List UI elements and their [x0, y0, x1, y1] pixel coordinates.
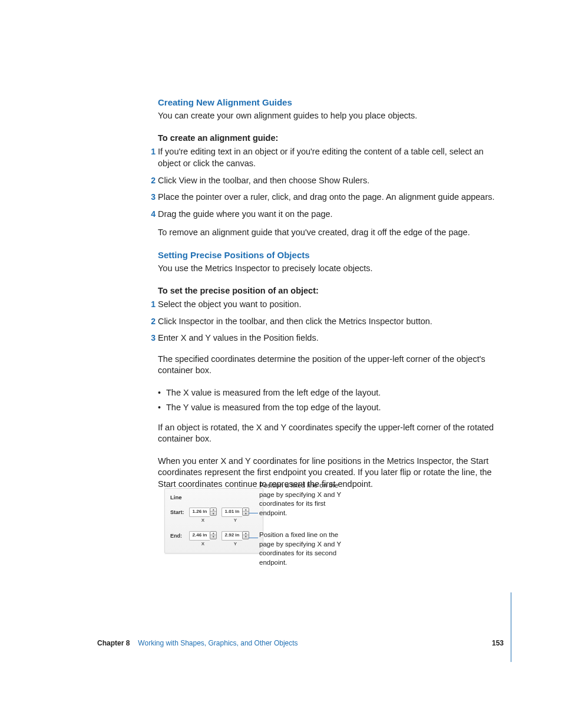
page: Creating New Alignment Guides You can cr…: [0, 0, 562, 728]
axis-label-y: Y: [234, 541, 237, 548]
section2-para2: If an object is rotated, the X and Y coo…: [158, 422, 497, 445]
step-number: 3: [147, 192, 156, 203]
list-item: 3Enter X and Y values in the Position fi…: [158, 332, 497, 344]
step-number: 4: [147, 209, 156, 220]
chevron-down-icon: ▾: [243, 535, 249, 539]
step-text: Click Inspector in the toolbar, and then…: [158, 317, 432, 326]
footer-rule: [511, 592, 511, 662]
step-number: 1: [147, 299, 156, 310]
step-number: 2: [147, 175, 156, 186]
list-item: 1If you're editing text in an object or …: [158, 146, 497, 169]
list-item: 1Select the object you want to position.: [158, 299, 497, 311]
step-text: If you're editing text in an object or i…: [158, 147, 484, 168]
chevron-down-icon: ▾: [210, 512, 216, 515]
row-label-end: End:: [170, 531, 184, 539]
section2-para1: The specified coordinates determine the …: [158, 354, 497, 377]
footer-page-number: 153: [492, 638, 504, 648]
section1-lead: To create an alignment guide:: [158, 133, 497, 144]
callout-leader-line: [249, 513, 258, 513]
start-x-value[interactable]: 1.26 in: [189, 508, 210, 517]
footer-chapter-title: Working with Shapes, Graphics, and Other…: [138, 638, 297, 648]
bullet-text: The X value is measured from the left ed…: [166, 388, 381, 397]
stepper[interactable]: ▴▾: [210, 531, 217, 539]
footer-chapter: Chapter 8: [97, 638, 130, 648]
list-item: 4Drag the guide where you want it on the…: [158, 209, 497, 220]
field-start-y: 1.01 in ▴▾ Y: [222, 508, 249, 524]
list-item: 2Click Inspector in the toolbar, and the…: [158, 316, 497, 328]
row-label-start: Start:: [170, 508, 184, 516]
step-number: 3: [147, 332, 156, 344]
section-heading-alignment: Creating New Alignment Guides: [158, 97, 497, 108]
step-number: 2: [147, 316, 156, 327]
stepper[interactable]: ▴▾: [242, 508, 249, 516]
step-text: Enter X and Y values in the Position fie…: [158, 333, 319, 342]
panel-row-start: Start: 1.26 in ▴▾ X 1.01 in ▴▾ Y: [170, 508, 257, 524]
bullet-text: The Y value is measured from the top edg…: [166, 403, 381, 412]
callout-leader-line: [249, 538, 258, 538]
panel-title: Line: [170, 494, 257, 502]
field-end-x: 2.46 in ▴▾ X: [189, 531, 217, 548]
axis-label-y: Y: [234, 518, 237, 524]
field-start-x: 1.26 in ▴▾ X: [189, 508, 217, 524]
panel-row-end: End: 2.46 in ▴▾ X 2.92 in ▴▾ Y: [170, 531, 257, 548]
metrics-line-panel: Line Start: 1.26 in ▴▾ X 1.01 in ▴▾ Y: [164, 488, 263, 554]
list-item: The X value is measured from the left ed…: [158, 387, 497, 399]
end-x-value[interactable]: 2.46 in: [189, 531, 210, 541]
section-heading-positions: Setting Precise Positions of Objects: [158, 249, 497, 261]
body-content: Creating New Alignment Guides You can cr…: [158, 97, 497, 500]
step-number: 1: [147, 146, 156, 157]
section2-steps: 1Select the object you want to position.…: [158, 299, 497, 344]
section2-intro: You use the Metrics Inspector to precise…: [158, 263, 497, 275]
list-item: 2Click View in the toolbar, and then cho…: [158, 175, 497, 187]
chevron-down-icon: ▾: [243, 512, 249, 515]
section2-bullets: The X value is measured from the left ed…: [158, 387, 497, 413]
step-text: Drag the guide where you want it on the …: [158, 209, 333, 219]
figure-callout-first-endpoint: Position a fixed line on the page by spe…: [259, 481, 348, 518]
end-y-value[interactable]: 2.92 in: [222, 531, 242, 541]
chevron-down-icon: ▾: [210, 535, 216, 539]
step-text: Select the object you want to position.: [158, 299, 301, 309]
section1-after: To remove an alignment guide that you've…: [158, 227, 497, 239]
section2-lead: To set the precise position of an object…: [158, 285, 497, 297]
axis-label-x: X: [201, 541, 204, 548]
step-text: Click View in the toolbar, and then choo…: [158, 176, 369, 185]
field-end-y: 2.92 in ▴▾ Y: [222, 531, 249, 548]
list-item: 3Place the pointer over a ruler, click, …: [158, 192, 497, 203]
step-text: Place the pointer over a ruler, click, a…: [158, 192, 495, 202]
page-footer: Chapter 8 Working with Shapes, Graphics,…: [97, 638, 504, 648]
list-item: The Y value is measured from the top edg…: [158, 402, 497, 414]
start-y-value[interactable]: 1.01 in: [222, 508, 242, 517]
section1-steps: 1If you're editing text in an object or …: [158, 146, 497, 220]
axis-label-x: X: [201, 518, 204, 524]
section1-intro: You can create your own alignment guides…: [158, 110, 497, 122]
stepper[interactable]: ▴▾: [210, 508, 217, 516]
figure-callout-second-endpoint: Position a fixed line on the page by spe…: [259, 531, 348, 567]
